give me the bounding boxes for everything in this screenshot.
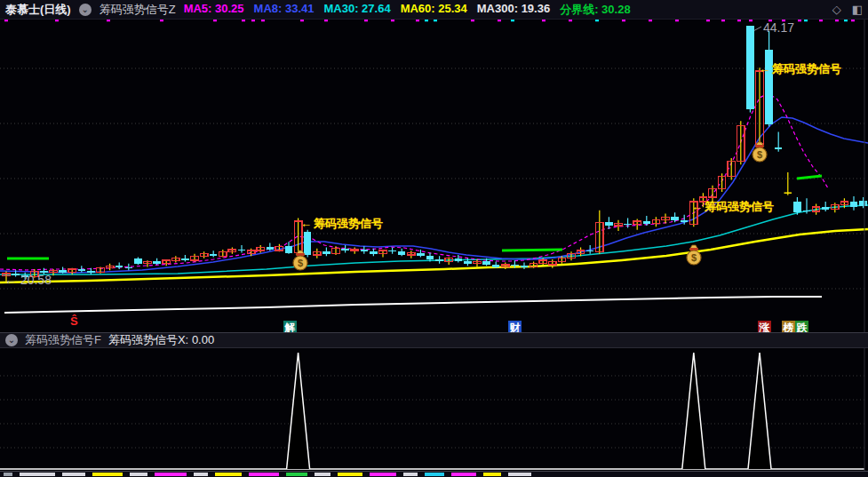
clipped-text-fragment (249, 473, 279, 476)
clipped-text-fragment (155, 473, 187, 476)
sell-signal-marker: Ŝ (70, 316, 78, 327)
ma-readout: 分界线: 30.28 (560, 2, 630, 18)
sub-indicator-name[interactable]: 筹码强势信号F (25, 332, 101, 348)
clipped-text-fragment (215, 473, 242, 476)
app-window: 泰慕士(日线) ⌄ 筹码强势信号Z MA5: 30.25MA8: 33.41MA… (0, 0, 868, 477)
signal-spike (682, 353, 705, 469)
clipped-text-fragment (315, 473, 330, 476)
ma-readout: MA300: 19.36 (477, 2, 550, 18)
boundary-line-segment (502, 250, 562, 250)
chevron-down-icon[interactable]: ⌄ (5, 334, 18, 346)
main-chart-panel[interactable]: $$$ 筹码强势信号 筹码强势信号 筹码强势信号 44.17 20.58 Ŝ 解… (0, 20, 868, 332)
svg-text:$: $ (298, 258, 303, 268)
chevron-down-icon[interactable]: ⌄ (79, 4, 92, 16)
ma-readout: MA8: 33.41 (254, 2, 315, 18)
clipped-text-fragment (4, 473, 12, 476)
clipped-next-panel-header (0, 471, 868, 477)
money-bag-icon: $ (687, 245, 701, 265)
readout-value: 0.00 (192, 333, 214, 346)
clipped-text-fragment (425, 473, 444, 476)
signal-spike (287, 353, 310, 469)
ma-readout: MA5: 30.25 (184, 2, 244, 18)
signal-spike (748, 353, 771, 469)
indicator-panel-header: ⌄ 筹码强势信号F 筹码强势信号X: 0.00 (0, 332, 868, 348)
signal-label-3: 筹码强势信号 (759, 61, 841, 77)
ma-readout: MA60: 25.34 (401, 2, 467, 18)
clipped-text-fragment (483, 473, 501, 476)
clipped-text-fragment (508, 473, 531, 476)
clipped-text-fragment (62, 473, 85, 476)
clipped-text-fragment (92, 473, 123, 476)
clipped-text-fragment (20, 473, 55, 476)
ma8-line (0, 117, 868, 273)
svg-text:$: $ (691, 252, 697, 263)
toolbar-right-icons: ◇ ◧ (832, 3, 863, 16)
ma-readouts: MA5: 30.25MA8: 33.41MA30: 27.64MA60: 25.… (184, 2, 631, 18)
signal-label-2: 筹码强势信号 (691, 199, 774, 215)
top-toolbar: 泰慕士(日线) ⌄ 筹码强势信号Z MA5: 30.25MA8: 33.41MA… (0, 0, 868, 20)
diamond-icon[interactable]: ◇ (832, 3, 841, 16)
clipped-text-fragment (370, 473, 396, 476)
ma30-line (0, 205, 868, 274)
clipped-text-fragment (451, 473, 476, 476)
clipped-text-fragment (338, 473, 362, 476)
signal-spike-panel[interactable] (0, 348, 868, 471)
ma5-dashed-line (0, 93, 828, 270)
svg-text:$: $ (757, 149, 762, 160)
clipped-text-fragment (403, 473, 418, 476)
signal-label-1: 筹码强势信号 (300, 216, 383, 232)
clipped-text-fragment (130, 473, 147, 476)
clipped-text-fragment (286, 473, 307, 476)
main-indicator-name[interactable]: 筹码强势信号Z (100, 2, 176, 18)
layout-split-icon[interactable]: ◧ (852, 3, 863, 16)
ma300-line (4, 297, 822, 313)
low-price-label: 20.58 (4, 273, 52, 287)
ma-readout: MA30: 27.64 (323, 2, 390, 18)
clipped-text-fragment (194, 473, 208, 476)
sub-indicator-readout: 筹码强势信号X: 0.00 (108, 332, 214, 348)
stock-title: 泰慕士(日线) (5, 2, 71, 18)
sub-chart-svg[interactable] (0, 348, 868, 471)
readout-label: 筹码强势信号X: (108, 333, 188, 346)
high-price-label: 44.17 (763, 20, 794, 35)
main-chart-svg[interactable]: $$$ (0, 20, 868, 332)
